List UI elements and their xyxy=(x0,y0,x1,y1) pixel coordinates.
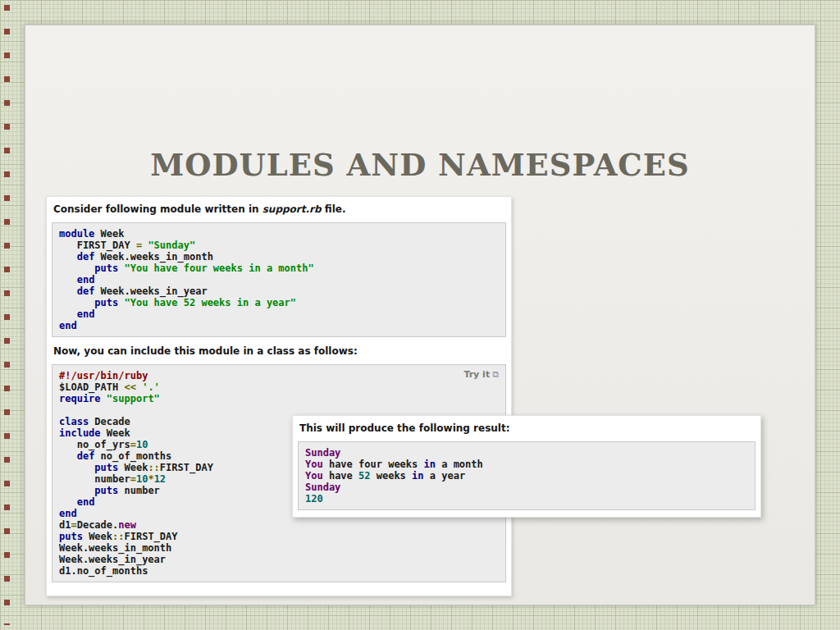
code-line: end xyxy=(59,308,499,320)
code-line: Week.weeks_in_year xyxy=(59,554,499,565)
code-line: FIRST_DAY = "Sunday" xyxy=(59,240,499,251)
code-line: You have four weeks in a month xyxy=(305,459,748,470)
code-line: module Week xyxy=(59,228,499,240)
code-line: Week.weeks_in_month xyxy=(59,542,499,554)
code-line: $LOAD_PATH << '.' xyxy=(59,381,499,393)
code-line: d1=Decade.new xyxy=(59,519,499,531)
code-line: def Week.weeks_in_month xyxy=(59,251,499,262)
code-line xyxy=(59,404,499,416)
result-panel: This will produce the following result: … xyxy=(292,415,761,518)
module-code-block: module Week FIRST_DAY = "Sunday" def Wee… xyxy=(52,222,506,337)
code-line: #!/usr/bin/ruby xyxy=(59,370,499,381)
tutorial-screenshot-panel: Consider following module written in sup… xyxy=(46,196,512,596)
result-caption: This will produce the following result: xyxy=(299,422,754,435)
code-line: Sunday xyxy=(305,482,748,493)
code-line: d1.no_of_months xyxy=(59,565,499,577)
result-output-block: SundayYou have four weeks in a monthYou … xyxy=(298,441,756,510)
filename-emphasis: support.rb xyxy=(262,203,322,215)
code-line: puts "You have four weeks in a month" xyxy=(59,262,499,274)
try-it-label: Try it xyxy=(463,369,490,380)
code-line: puts Week::FIRST_DAY xyxy=(59,531,499,542)
slide-title: MODULES AND NAMESPACES xyxy=(25,147,815,183)
code-line: def Week.weeks_in_year xyxy=(59,285,499,297)
presentation-slide: MODULES AND NAMESPACES Consider followin… xyxy=(25,25,815,605)
include-paragraph: Now, you can include this module in a cl… xyxy=(53,345,504,358)
code-line: require "support" xyxy=(59,393,499,404)
intro-text-before: Consider following module written in xyxy=(53,203,262,215)
code-line: You have 52 weeks in a year xyxy=(305,470,748,482)
code-line: puts "You have 52 weeks in a year" xyxy=(59,297,499,308)
code-line: Sunday xyxy=(305,447,748,459)
intro-text-after: file. xyxy=(322,203,346,215)
try-it-link[interactable]: Try it⧉ xyxy=(463,369,499,381)
external-link-icon: ⧉ xyxy=(492,369,499,380)
intro-paragraph: Consider following module written in sup… xyxy=(53,203,504,216)
graph-paper-background: MODULES AND NAMESPACES Consider followin… xyxy=(0,0,840,630)
code-line: 120 xyxy=(305,493,748,504)
graph-paper-edge-marks xyxy=(4,5,10,625)
code-line: end xyxy=(59,320,499,331)
code-line: end xyxy=(59,274,499,285)
